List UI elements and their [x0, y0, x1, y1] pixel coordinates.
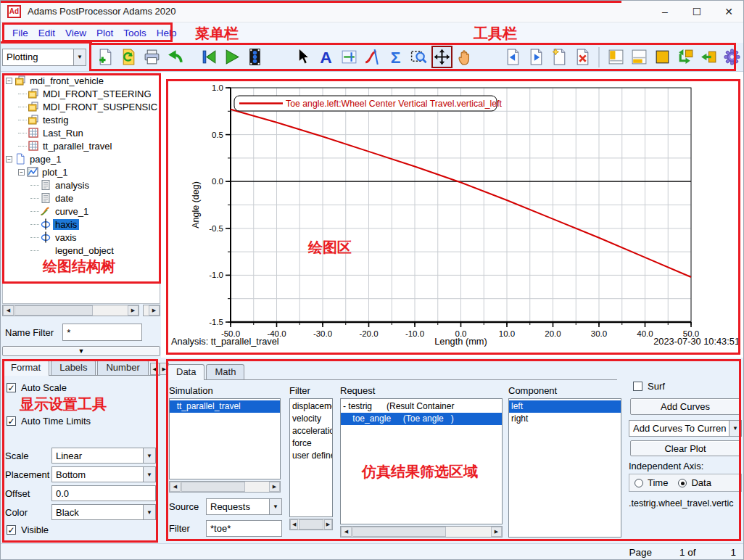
component-list[interactable]: leftright	[508, 398, 621, 538]
visible-checkbox[interactable]: ✓	[7, 525, 16, 535]
time-radio[interactable]	[635, 479, 643, 487]
tree-expander-icon[interactable]: −	[6, 78, 12, 84]
filter-hscrollbar[interactable]: ◀▶	[289, 519, 333, 530]
tree-item-testrig[interactable]: testrig	[3, 113, 160, 126]
list-item[interactable]: acceleration	[290, 425, 332, 437]
tree-item-vaxis[interactable]: vaxis	[3, 231, 160, 244]
clear-plot-button[interactable]: Clear Plot	[630, 440, 740, 456]
axis-limits-icon[interactable]	[339, 46, 360, 68]
list-item[interactable]: left	[509, 400, 621, 413]
print-icon[interactable]	[141, 46, 162, 68]
scroll-left-icon[interactable]: ◀	[290, 519, 298, 530]
layout-plot-table-icon[interactable]	[605, 46, 627, 68]
close-button[interactable]: ✕	[713, 1, 744, 22]
menu-item-file[interactable]: File	[7, 25, 33, 41]
list-item[interactable]: right	[509, 413, 621, 425]
list-item[interactable]: tt_parallel_travel	[170, 400, 280, 413]
color-combo[interactable]: Black▼	[51, 504, 156, 520]
menu-item-view[interactable]: View	[60, 25, 91, 41]
zoom-area-icon[interactable]	[408, 46, 429, 68]
return-view-icon[interactable]	[698, 46, 719, 68]
statistics-sigma-icon[interactable]: Σ	[385, 46, 406, 68]
chevron-down-icon[interactable]: ▼	[73, 49, 86, 65]
scroll-thumb[interactable]	[15, 305, 93, 316]
tab-math[interactable]: Math	[206, 364, 244, 379]
surf-checkbox[interactable]	[633, 382, 642, 391]
undo-icon[interactable]	[165, 46, 186, 68]
tree-item-curve_1[interactable]: curve_1	[3, 205, 160, 218]
new-page-icon[interactable]	[95, 46, 116, 68]
page-delete-icon[interactable]	[572, 46, 593, 68]
request-list[interactable]: - testrig (Result Container toe_angle (T…	[340, 398, 503, 524]
request-hscrollbar[interactable]: ◀▶	[340, 526, 503, 538]
tree-vscrollbar-stub[interactable]: ▶	[143, 305, 160, 316]
plot-area[interactable]: -50.0-40.0-30.0-20.0-10.00.010.020.030.0…	[161, 72, 744, 358]
simulation-list[interactable]: tt_parallel_travel	[169, 398, 281, 479]
menu-item-help[interactable]: Help	[152, 25, 182, 41]
list-item[interactable]: toe_angle (Toe angle )	[341, 413, 502, 425]
simulation-hscrollbar[interactable]: ◀▶	[169, 481, 281, 493]
filter-list[interactable]: displacementvelocityaccelerationforceuse…	[289, 398, 333, 517]
scroll-left-icon[interactable]: ◀	[3, 305, 14, 316]
page-prev-icon[interactable]	[503, 46, 524, 68]
rewind-icon[interactable]	[198, 46, 219, 68]
layout-full-icon[interactable]	[652, 46, 673, 68]
chevron-down-icon[interactable]: ▼	[143, 505, 155, 519]
tree-expander-icon[interactable]: −	[6, 156, 12, 162]
filter-input[interactable]: *toe*	[206, 520, 282, 537]
tree-item-legend_object[interactable]: legend_object	[3, 244, 160, 257]
list-item[interactable]: force	[290, 437, 332, 450]
pan-tool-icon[interactable]	[431, 46, 452, 68]
settings-gear-icon[interactable]	[722, 46, 743, 68]
scroll-right-icon[interactable]: ▶	[149, 305, 160, 316]
tree-item-last_run[interactable]: Last_Run	[3, 126, 160, 139]
play-icon[interactable]	[221, 46, 242, 68]
tree-expander-icon[interactable]: −	[18, 169, 25, 176]
add-mode-combo[interactable]: Add Curves To Curren ▼	[629, 420, 742, 437]
auto-time-limits-checkbox[interactable]: ✓	[7, 416, 16, 426]
tree-item-mdi_front_suspensic[interactable]: MDI_FRONT_SUSPENSIC	[3, 100, 160, 113]
swap-views-icon[interactable]	[675, 46, 696, 68]
scroll-right-icon[interactable]: ▶	[128, 305, 139, 316]
refresh-page-icon[interactable]	[118, 46, 139, 68]
scroll-left-icon[interactable]: ◀	[170, 482, 181, 492]
collapse-splitter-button[interactable]: ▼	[2, 346, 160, 356]
list-item[interactable]: displacement	[290, 400, 332, 413]
maximize-button[interactable]: ☐	[681, 1, 713, 22]
layout-bottom-strip-icon[interactable]	[629, 46, 650, 68]
tree-item-analysis[interactable]: analysis	[3, 178, 160, 192]
tree-item-date[interactable]: date	[3, 192, 160, 205]
mode-selector[interactable]: Plotting ▼	[2, 49, 86, 66]
list-item[interactable]: user defined	[290, 450, 332, 462]
scroll-right-icon[interactable]: ▶	[324, 519, 332, 530]
text-tool-icon[interactable]: A	[315, 46, 336, 68]
data-radio[interactable]	[678, 479, 687, 487]
tab-labels[interactable]: Labels	[51, 360, 96, 375]
hand-pan-icon[interactable]	[455, 46, 476, 68]
tab-data[interactable]: Data	[168, 364, 204, 380]
chevron-down-icon[interactable]: ▼	[143, 448, 155, 463]
tree-hscrollbar[interactable]: ◀ ▶	[2, 305, 139, 316]
add-curves-button[interactable]: Add Curves	[630, 398, 740, 415]
page-next-icon[interactable]	[526, 46, 547, 68]
name-filter-input[interactable]: *	[62, 324, 142, 341]
chevron-down-icon[interactable]: ▼	[269, 499, 281, 514]
menu-item-plot[interactable]: Plot	[91, 25, 118, 41]
scroll-left-icon[interactable]: ◀	[341, 527, 352, 537]
tree-item-mdi_front_steering[interactable]: MDI_FRONT_STEERING	[3, 87, 160, 100]
list-item[interactable]: velocity	[290, 413, 332, 425]
tree-item-haxis[interactable]: haxis	[3, 218, 160, 231]
tab-scroll-left-icon[interactable]: ◀	[150, 363, 160, 375]
tree-item-mdi_front_vehicle[interactable]: −mdi_front_vehicle	[3, 74, 160, 87]
chevron-down-icon[interactable]: ▼	[729, 421, 741, 436]
cursor-select-icon[interactable]	[292, 46, 313, 68]
source-combo[interactable]: Requests ▼	[206, 498, 282, 515]
menu-item-tools[interactable]: Tools	[118, 25, 152, 41]
tab-number[interactable]: Number	[97, 360, 148, 375]
chevron-down-icon[interactable]: ▼	[143, 467, 155, 482]
tree-item-tt_parallel_travel[interactable]: tt_parallel_travel	[3, 139, 160, 152]
tree-item-page_1[interactable]: −page_1	[3, 152, 160, 165]
scale-combo[interactable]: Linear▼	[51, 448, 156, 464]
scroll-right-icon[interactable]: ▶	[269, 482, 280, 492]
scroll-right-icon[interactable]: ▶	[491, 527, 502, 537]
